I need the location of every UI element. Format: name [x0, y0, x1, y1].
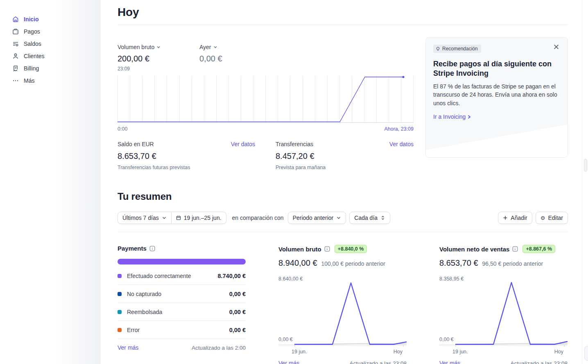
compare-text: en comparación con [232, 215, 284, 221]
recommendation-title: Recibe pagos al día siguiente con Stripe… [433, 59, 552, 79]
granularity-select[interactable]: Cada día [349, 212, 390, 224]
chart-x-axis: 19 jun. Hoy [278, 349, 407, 355]
ver-datos-link[interactable]: Ver datos [231, 141, 255, 147]
gross-volume-today-chart[interactable] [118, 76, 414, 123]
payments-breakdown-list: Efectuado correctamente 8.740,00 € No ca… [118, 267, 246, 339]
gross-volume-card: Volumen bruto +8.840,0 % 8.940,00 € 100,… [278, 245, 407, 364]
updated-timestamp: Actualizado a las 23:08 [510, 360, 568, 364]
balances-icon [12, 41, 19, 47]
status-dot [118, 292, 122, 296]
balances-row: Saldo en EUR Ver datos 8.653,70 € Transf… [118, 141, 414, 170]
balance-label: Saldo en EUR [118, 141, 154, 147]
gross-volume-chart[interactable]: 8.640,00 € 0,00 € [278, 277, 407, 346]
status-dot [118, 328, 122, 332]
info-icon[interactable] [149, 246, 155, 251]
payments-row-uncaptured[interactable]: No capturado 0,00 € [118, 285, 246, 303]
change-badge: +8.840,0 % [335, 245, 367, 253]
net-volume-card: Volumen neto de ventas +8.867,6 % 8.653,… [439, 245, 568, 364]
payments-card: Payments Efectuado correctamente 8.740,0… [118, 245, 246, 364]
recommendation-badge: Recomendación [433, 45, 481, 53]
previous-period-value: 100,00 € periodo anterior [321, 260, 385, 267]
info-icon[interactable] [324, 246, 330, 252]
x-label-start: 0:00 [118, 126, 127, 132]
ver-mas-link[interactable]: Ver más [118, 344, 138, 351]
sidebar-item-label: Pagos [24, 28, 40, 35]
metric-time: 23:09 [118, 66, 199, 72]
wallet-icon [12, 28, 19, 35]
balance-eur: Saldo en EUR Ver datos 8.653,70 € Transf… [118, 141, 255, 170]
transfers-caption: Prevista para mañana [276, 165, 414, 170]
lightbulb-icon [436, 47, 440, 51]
sidebar-item-clientes[interactable]: Clientes [12, 50, 101, 62]
edit-button[interactable]: ⚙ Editar [536, 212, 568, 224]
date-picker[interactable]: 19 jun.–25 jun. [172, 212, 226, 224]
home-icon [12, 16, 19, 23]
section-divider [118, 25, 568, 25]
scrollbar-thumb[interactable] [584, 159, 587, 172]
ver-datos-link[interactable]: Ver datos [389, 141, 414, 147]
chevron-down-icon [156, 45, 161, 49]
yesterday-selector[interactable]: Ayer [199, 44, 281, 50]
status-dot [118, 274, 122, 278]
sidebar-item-label: Más [24, 77, 34, 84]
net-volume-chart[interactable]: 8.358,95 € 0,00 € [439, 277, 568, 346]
page-title: Hoy [118, 6, 139, 19]
card-value: 8.653,70 € [439, 258, 478, 268]
payments-row-success[interactable]: Efectuado correctamente 8.740,00 € [118, 267, 246, 285]
ver-mas-link[interactable]: Ver más [439, 360, 460, 364]
summary-title: Tu resumen [118, 191, 172, 202]
filters-divider [118, 232, 568, 232]
metric-label: Volumen bruto [118, 44, 154, 50]
ver-mas-link[interactable]: Ver más [278, 360, 299, 364]
sidebar-item-label: Clientes [24, 53, 45, 59]
previous-period-value: 96,50 € periodo anterior [482, 260, 543, 267]
gear-icon: ⚙ [541, 215, 545, 221]
calendar-icon [176, 215, 181, 220]
sidebar-item-label: Billing [24, 65, 39, 72]
chevron-right-icon [467, 115, 471, 119]
sidebar-item-saldos[interactable]: Saldos [12, 38, 101, 50]
x-label-start: 19 jun. [452, 349, 468, 355]
payments-row-refunded[interactable]: Reembolsada 0,00 € [118, 303, 246, 321]
summary-filters: Últimos 7 días 19 jun.–25 jun. en compar… [118, 212, 568, 224]
metric-value: 0,00 € [199, 54, 281, 63]
sidebar-item-billing[interactable]: Billing [12, 62, 101, 75]
compare-dropdown[interactable]: Periodo anterior [288, 212, 346, 224]
updated-timestamp: Actualizado a las 2:00 [192, 345, 246, 351]
range-dropdown[interactable]: Últimos 7 días [118, 212, 172, 224]
card-title: Payments [118, 245, 147, 252]
x-label-end: Hoy [394, 349, 403, 355]
sidebar-item-inicio[interactable]: Inicio [12, 13, 101, 25]
invoicing-link[interactable]: Ir a Invoicing [433, 113, 471, 120]
chevron-down-icon [213, 45, 217, 49]
change-badge: +8.867,6 % [522, 245, 555, 253]
close-icon[interactable] [554, 44, 561, 51]
gross-volume-selector[interactable]: Volumen bruto [118, 44, 199, 50]
metric-gross-volume: Volumen bruto 200,00 € 23:09 [118, 44, 199, 72]
chart-lines [439, 277, 568, 346]
transfers-label: Transferencias [276, 141, 313, 147]
invoice-icon [12, 65, 19, 72]
chart-line [118, 76, 414, 123]
balance-caption: Transferencias futuras previstas [118, 165, 255, 170]
summary-cards: Payments Efectuado correctamente 8.740,0… [118, 245, 568, 364]
floating-widget-cutoff[interactable] [584, 346, 588, 361]
ellipsis-icon [12, 77, 19, 84]
sidebar-item-mas[interactable]: Más [12, 75, 101, 87]
card-decorative-slice [426, 124, 568, 157]
recommendation-card: Recomendación Recibe pagos al día siguie… [425, 37, 568, 158]
payments-row-failed[interactable]: Error 0,00 € [118, 321, 246, 339]
sidebar-nav: Inicio Pagos Saldos Clientes Billing Más [0, 0, 101, 87]
chart-lines [278, 277, 407, 346]
date-range-control: Últimos 7 días 19 jun.–25 jun. [118, 212, 226, 224]
scroll-area-edge [582, 0, 582, 364]
transfers-value: 8.457,20 € [276, 151, 414, 161]
status-dot [118, 310, 122, 314]
sidebar-item-label: Inicio [24, 16, 39, 23]
sidebar-item-pagos[interactable]: Pagos [12, 25, 101, 38]
card-title: Volumen bruto [278, 246, 321, 253]
updated-timestamp: Actualizado a las 23:08 [349, 360, 407, 364]
add-button[interactable]: Añadir [498, 212, 532, 224]
info-icon[interactable] [512, 246, 518, 252]
balance-value: 8.653,70 € [118, 151, 255, 161]
